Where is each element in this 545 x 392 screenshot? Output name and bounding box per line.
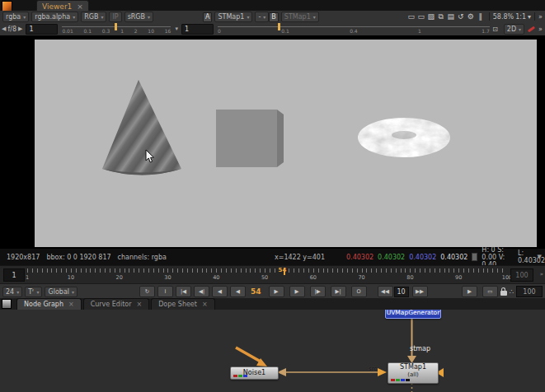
viewer-tab[interactable]: Viewer1 × [36,0,89,12]
playhead-marker[interactable] [284,268,285,275]
close-icon[interactable]: × [137,301,143,308]
range-mode-dropdown[interactable]: Global ▾ [45,287,78,297]
colorspace-dropdown[interactable]: sRGB ▾ [125,12,153,22]
out-point-button[interactable]: O [351,286,367,297]
timeline-tick-label: 50 [261,274,268,281]
frame-ruler[interactable]: 1102030405060708090100 54 [27,268,507,282]
gamma-toggle-icon[interactable]: ▾ [173,26,180,32]
node-uvmapgenerator[interactable]: UVMapGenerator [385,310,441,319]
input-a-dropdown[interactable]: STMap1 ▾ [214,12,252,22]
transport-bar: 24 ▾ Tᶠ ▾ Global ▾ ↻I|◀◀|◀◀ 54 ▶▶|▶▶|O ◀… [0,283,545,299]
step-backward-button[interactable]: ◀ [230,286,246,297]
fstop-prev-button[interactable]: ◀ [0,26,7,32]
goto-start-button[interactable]: |◀ [176,286,191,297]
chevron-down-icon: ▾ [16,289,19,295]
pane-menu-icon[interactable] [2,299,12,309]
input-process-label: IP [112,13,118,21]
zoom-level-value[interactable]: 58.8% [493,13,514,21]
loop-mode-button[interactable]: ↻ [139,286,155,297]
pixel-ratio-value[interactable]: 1:1 [515,13,526,21]
close-icon[interactable]: × [68,301,74,308]
node-noise1[interactable]: Noise1 [230,366,279,380]
input-b-dropdown[interactable]: STMap1 ▾ [281,12,319,22]
refresh-icon[interactable]: ↺ [456,12,466,22]
time-display-dropdown[interactable]: Tᶠ ▾ [25,287,42,297]
next-keyframe-button[interactable]: |▶ [310,286,326,297]
range-start-input[interactable]: 1 [3,268,25,282]
tab-curve-editor[interactable]: Curve Editor × [83,298,150,310]
chevron-down-icon: ▾ [247,14,249,20]
range-end-input[interactable]: 100 [510,268,533,282]
icon-strip: ▭▭▨⧉▤↺⚙‖ [406,12,486,22]
roi-pen-icon[interactable] [528,26,535,32]
slider-tick-label: 0.1 [281,28,289,34]
gain-input[interactable]: 1 [26,24,58,35]
play-forward-button[interactable]: ▶ [289,286,305,297]
gate-display-icon[interactable]: ⊡ [492,26,498,33]
frame-increment-input[interactable]: 10 [394,287,409,297]
channels-value: rgba [6,13,21,21]
chevron-down-icon: ▾ [36,289,39,295]
view-mode-dropdown[interactable]: 2D ▾ [504,24,524,35]
close-icon[interactable]: × [202,301,208,308]
tab-node-graph[interactable]: Node Graph × [16,298,82,310]
fps-value: 24 [6,288,14,296]
skip-back-button[interactable]: ◀◀ [378,286,393,297]
input-a-badge: A [203,12,212,22]
lock-range-icon[interactable] [500,291,507,296]
channels-dropdown[interactable]: rgba ▾ [2,12,29,22]
step-forward-button[interactable]: ▶ [269,286,284,297]
chevron-down-icon[interactable]: ▾ [528,13,531,21]
slider-tick-label: 1 [418,28,421,34]
gamma-input[interactable]: 1 [181,24,214,35]
display-mode-dropdown[interactable]: RGB ▾ [81,12,106,22]
overflow-chevron-icon[interactable]: » [538,13,543,21]
fps-dropdown[interactable]: 24 ▾ [2,287,22,297]
fstop-label[interactable]: f/8 [7,26,16,33]
checkerboard-background-icon[interactable]: ▨ [426,12,436,22]
wipe-compare-icon[interactable]: ⧉ [436,12,446,22]
rendered-image[interactable] [35,40,537,247]
blend-mode-dropdown[interactable]: - ▾ [255,12,269,22]
current-frame-display[interactable]: 54 [251,287,261,296]
input-process-toggle[interactable]: IP [109,12,121,22]
viewer-canvas[interactable] [0,35,545,249]
slider-tick-label: 0 [218,28,221,34]
proxy-mode-icon[interactable]: ▤ [446,12,456,22]
overflow-chevron-icon[interactable]: » [538,26,543,33]
prev-keyframe-button[interactable]: ◀| [194,286,209,297]
slider-tick-label: 0.01 [62,28,73,34]
cube-object [214,108,290,170]
overflow-chevron-icon[interactable]: » [540,271,543,278]
playback-mode-icon[interactable]: ▶ [462,286,477,297]
pause-icon[interactable]: ‖ [476,12,486,22]
gain-slider-handle[interactable] [115,23,117,30]
goto-end-button[interactable]: ▶| [331,286,346,297]
node-graph-panel[interactable]: UVMapGenerator stmap src STMap1 (all) No… [0,310,545,392]
flipbook-icon[interactable]: ▭ [482,286,498,297]
in-point-button[interactable]: I [157,286,173,297]
float-window-icon[interactable]: ▭ [416,12,426,22]
input-b-badge: B [269,12,279,22]
timeline-zoom-input[interactable]: 100 [516,286,543,297]
play-backward-button[interactable]: ◀ [212,286,228,297]
transport-buttons-left: ↻I|◀◀|◀◀ [137,286,246,297]
tab-dope-sheet[interactable]: Dope Sheet × [151,298,214,310]
ab-input-group: A STMap1 ▾ - ▾ B STMap1 ▾ [203,12,319,22]
skip-forward-button[interactable]: ▶▶ [412,286,428,297]
gamma-slider[interactable]: 00.10.411.7 [218,23,490,35]
pointer-position: x=1422 y=401 [275,254,325,261]
node-stmap1[interactable]: STMap1 (all) [388,362,439,384]
chevron-down-icon[interactable]: ▼ [538,254,542,260]
transport-buttons-right: ▶▶|▶▶|O [266,286,367,297]
settings-icon[interactable]: ⚙ [466,12,476,22]
dots-icon: ∴ [510,288,514,296]
timeline[interactable]: 1 1102030405060708090100 54 100 » [0,265,545,284]
chevron-down-icon: ▾ [263,14,265,20]
monitor-output-icon[interactable]: ▭ [406,12,416,22]
gamma-slider-handle[interactable] [278,23,280,30]
fstop-next-button[interactable]: ▶ [16,26,24,32]
close-icon[interactable]: × [77,2,83,11]
layer-dropdown[interactable]: rgba.alpha ▾ [31,12,78,22]
gain-slider[interactable]: 0.010.10.3121016 [62,23,171,35]
